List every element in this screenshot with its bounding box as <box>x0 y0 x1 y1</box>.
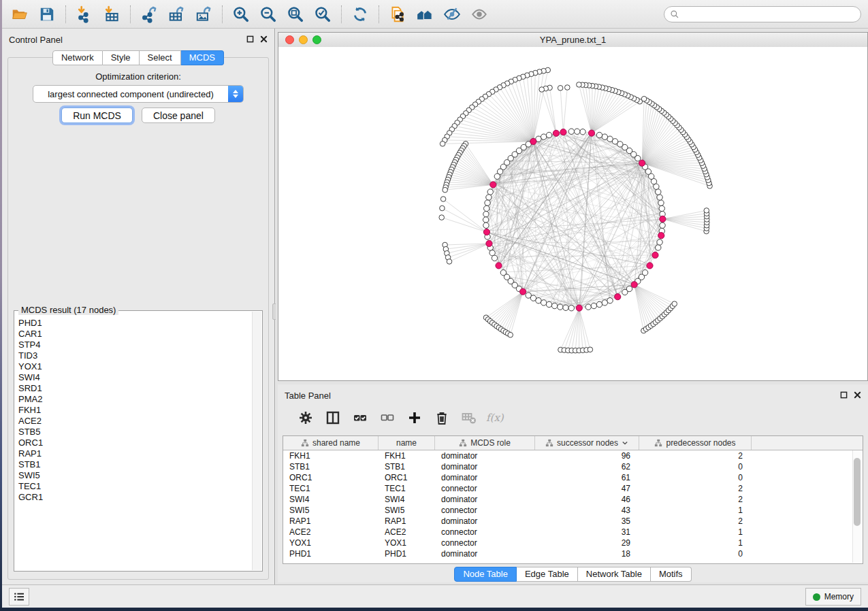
mcds-result-item[interactable]: STB5 <box>18 427 253 437</box>
network-node[interactable] <box>563 305 568 310</box>
mcds-result-item[interactable]: PMA2 <box>18 394 253 405</box>
mcds-hub-node[interactable] <box>490 182 496 188</box>
mcds-hub-node[interactable] <box>631 282 637 288</box>
table-scrollbar-thumb[interactable] <box>854 458 861 526</box>
tab-edge-table[interactable]: Edge Table <box>517 567 578 582</box>
network-overview-icon[interactable] <box>411 3 438 26</box>
mcds-hub-node[interactable] <box>639 160 645 166</box>
network-node[interactable] <box>483 222 489 228</box>
mcds-result-item[interactable]: STB1 <box>18 459 253 470</box>
network-node[interactable] <box>602 134 607 139</box>
network-node[interactable] <box>602 300 607 306</box>
network-node[interactable] <box>487 189 493 195</box>
network-node[interactable] <box>551 303 557 308</box>
network-node[interactable] <box>672 301 677 307</box>
network-node[interactable] <box>484 205 489 211</box>
network-node[interactable] <box>659 205 664 211</box>
network-node[interactable] <box>494 174 500 179</box>
close-panel-icon[interactable] <box>260 35 268 45</box>
network-node[interactable] <box>658 200 664 205</box>
tab-network[interactable]: Network <box>52 50 103 65</box>
network-window-titlebar[interactable]: YPA_prune.txt_1 <box>278 33 867 48</box>
table-settings-icon[interactable] <box>293 406 318 430</box>
table-row[interactable]: FKH1FKH1dominator962 <box>283 450 863 461</box>
network-graph[interactable] <box>278 47 867 380</box>
mcds-result-item[interactable]: CAR1 <box>18 329 253 340</box>
save-session-icon[interactable] <box>33 3 61 26</box>
tab-select[interactable]: Select <box>140 50 181 65</box>
mcds-hub-node[interactable] <box>652 252 658 258</box>
import-network-icon[interactable] <box>71 3 98 26</box>
mcds-result-item[interactable]: PHD1 <box>18 318 253 329</box>
clone-network-icon[interactable] <box>384 3 411 26</box>
mcds-hub-node[interactable] <box>560 129 566 135</box>
mcds-result-item[interactable]: SWI4 <box>18 372 253 383</box>
mcds-result-item[interactable]: TEC1 <box>18 481 253 492</box>
mcds-result-item[interactable]: ACE2 <box>18 416 253 427</box>
network-canvas[interactable] <box>278 47 867 380</box>
mcds-hub-node[interactable] <box>647 263 653 269</box>
show-details-icon[interactable] <box>466 3 493 26</box>
mcds-result-item[interactable]: SRD1 <box>18 383 253 394</box>
network-node[interactable] <box>440 142 445 147</box>
network-node[interactable] <box>546 132 551 137</box>
select-all-icon[interactable] <box>347 406 372 430</box>
mcds-result-item[interactable]: RAP1 <box>18 448 253 459</box>
table-row[interactable]: RAP1RAP1dominator352 <box>283 516 863 527</box>
network-node[interactable] <box>607 298 613 303</box>
float-table-panel-icon[interactable] <box>840 391 848 401</box>
mcds-hub-node[interactable] <box>660 216 666 222</box>
export-image-icon[interactable] <box>190 3 217 26</box>
network-node[interactable] <box>641 96 647 101</box>
mcds-hub-node[interactable] <box>496 263 502 269</box>
network-node[interactable] <box>536 298 541 303</box>
network-node[interactable] <box>483 217 488 222</box>
delete-columns-icon[interactable] <box>429 406 454 430</box>
network-node[interactable] <box>541 300 546 306</box>
tab-style[interactable]: Style <box>103 50 140 65</box>
column-header-shared-name[interactable]: shared name <box>283 436 379 450</box>
window-zoom-traffic-icon[interactable] <box>312 35 321 44</box>
network-node[interactable] <box>568 306 574 311</box>
network-node[interactable] <box>539 87 545 93</box>
memory-button[interactable]: Memory <box>805 588 861 606</box>
mcds-hub-node[interactable] <box>588 130 594 136</box>
table-row[interactable]: YOX1YOX1connector291 <box>283 538 863 548</box>
zoom-selected-icon[interactable] <box>309 3 336 26</box>
table-row[interactable]: SWI5SWI5connector431 <box>283 505 863 516</box>
mcds-hub-node[interactable] <box>530 138 536 144</box>
network-node[interactable] <box>492 255 497 261</box>
network-node[interactable] <box>656 189 661 195</box>
zoom-out-icon[interactable] <box>255 3 282 26</box>
mcds-result-list[interactable]: PHD1CAR1STP4TID3YOX1SWI4SRD1PMA2FKH1ACE2… <box>15 312 253 570</box>
toggle-columns-icon[interactable] <box>320 406 345 430</box>
window-close-traffic-icon[interactable] <box>285 35 294 44</box>
network-node[interactable] <box>588 347 593 352</box>
close-table-panel-icon[interactable] <box>854 391 861 401</box>
network-node[interactable] <box>508 332 513 337</box>
mcds-result-item[interactable]: TID3 <box>18 350 253 361</box>
export-table-icon[interactable] <box>163 3 190 26</box>
network-node[interactable] <box>660 222 665 228</box>
refresh-layout-icon[interactable] <box>347 3 374 26</box>
table-scrollbar[interactable] <box>852 450 862 563</box>
mcds-hub-node[interactable] <box>553 130 559 136</box>
network-node[interactable] <box>440 205 445 211</box>
hide-details-icon[interactable] <box>438 3 466 26</box>
network-node[interactable] <box>585 304 591 310</box>
table-row[interactable]: PHD1PHD1dominator180 <box>283 548 863 559</box>
network-node[interactable] <box>447 259 452 265</box>
network-node[interactable] <box>541 134 546 139</box>
float-panel-icon[interactable] <box>246 35 254 45</box>
close-panel-button[interactable]: Close panel <box>142 108 215 123</box>
network-node[interactable] <box>558 304 563 310</box>
network-node[interactable] <box>591 303 596 308</box>
network-node[interactable] <box>558 86 563 91</box>
tab-mcds[interactable]: MCDS <box>181 50 224 65</box>
mcds-hub-node[interactable] <box>483 229 489 235</box>
mcds-hub-node[interactable] <box>486 240 492 246</box>
network-node[interactable] <box>642 270 647 276</box>
network-node[interactable] <box>443 187 448 193</box>
network-node[interactable] <box>596 301 602 307</box>
mcds-hub-node[interactable] <box>576 305 582 311</box>
